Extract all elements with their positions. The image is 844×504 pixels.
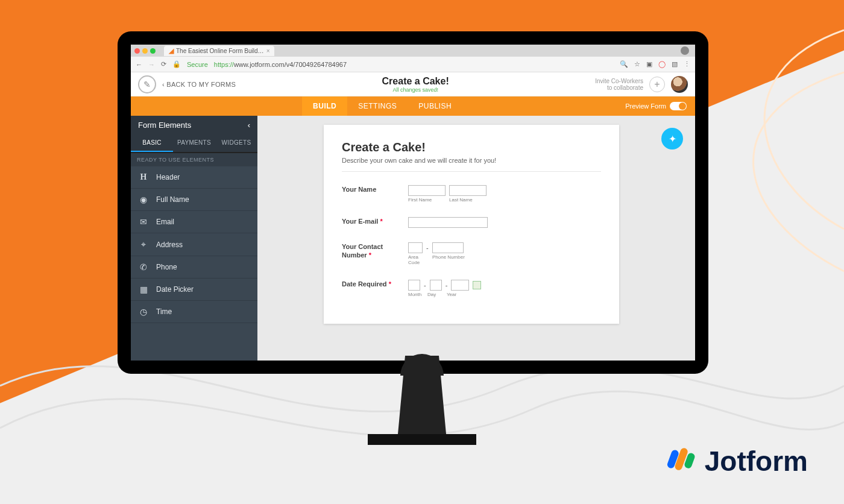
design-fab-button[interactable]: ✦	[661, 128, 683, 150]
window-zoom-dot[interactable]	[150, 48, 156, 54]
form-subtitle: Describe your own cake and we will creat…	[342, 157, 601, 172]
area-code-input[interactable]	[408, 242, 423, 253]
save-status: All changes saved!	[242, 87, 589, 93]
element-header[interactable]: H Header	[131, 166, 257, 189]
preview-form-toggle[interactable]: Preview Form	[625, 102, 687, 110]
field-label: Date Required *	[342, 280, 408, 297]
window-minimize-dot[interactable]	[142, 48, 148, 54]
field-date-required[interactable]: Date Required * - -	[342, 280, 601, 297]
sidebar-tab-basic[interactable]: BASIC	[131, 134, 173, 152]
user-icon: ◉	[138, 195, 149, 204]
sub-label: First Name	[408, 197, 446, 203]
sidebar-tabs: BASIC PAYMENTS WIDGETS	[131, 134, 257, 153]
monitor-base	[368, 434, 476, 445]
clock-icon: ◷	[138, 307, 149, 317]
sub-label: Day	[427, 292, 443, 297]
jotform-wordmark: Jotform	[705, 445, 808, 477]
field-label: Your Contact Number *	[342, 242, 408, 265]
jotform-brand: Jotform	[666, 445, 808, 477]
form-nav: BUILD SETTINGS PUBLISH Preview Form	[131, 96, 695, 116]
extension-icon[interactable]: ▣	[646, 60, 652, 68]
calendar-icon: ▦	[138, 285, 149, 294]
nav-forward-icon[interactable]: →	[148, 61, 155, 68]
sidebar-header: Form Elements ‹	[131, 116, 257, 134]
field-your-email[interactable]: Your E-mail *	[342, 217, 601, 228]
element-email[interactable]: ✉ Email	[131, 211, 257, 233]
header-element-icon: H	[138, 172, 149, 182]
magic-wand-icon: ✦	[669, 133, 676, 145]
form-canvas[interactable]: Create a Cake! Describe your own cake an…	[324, 125, 619, 324]
app-header: ✎ ‹ BACK TO MY FORMS Create a Cake! All …	[131, 72, 695, 96]
shield-icon[interactable]: ▧	[672, 60, 678, 68]
sub-label: Year	[447, 292, 456, 297]
day-input[interactable]	[430, 280, 442, 291]
browser-address-bar: ← → ⟳ 🔒 Secure https://www.jotform.com/v…	[131, 57, 695, 72]
secure-label: Secure	[187, 61, 208, 68]
tab-favicon-icon: ◢	[169, 47, 174, 55]
collapse-sidebar-icon[interactable]: ‹	[248, 121, 250, 130]
field-label: Your E-mail *	[342, 217, 408, 228]
app-logo-icon[interactable]: ✎	[138, 75, 156, 93]
sub-label: Month	[408, 292, 424, 297]
browser-tab[interactable]: ◢ The Easiest Online Form Build… ×	[164, 46, 274, 56]
tab-title: The Easiest Online Form Build…	[176, 48, 264, 54]
nav-tab-settings[interactable]: SETTINGS	[347, 96, 408, 116]
user-avatar[interactable]	[671, 76, 688, 93]
url-text[interactable]: https://www.jotform.com/v4/7004926478496…	[214, 61, 347, 68]
chevron-left-icon: ‹	[162, 81, 165, 88]
element-time[interactable]: ◷ Time	[131, 301, 257, 323]
browser-menu-icon[interactable]: ⋮	[684, 60, 690, 68]
email-input[interactable]	[408, 217, 488, 228]
invite-add-button[interactable]: +	[649, 77, 665, 92]
lock-icon: 🔒	[172, 60, 181, 68]
phone-icon: ✆	[138, 262, 149, 272]
browser-tab-bar: ◢ The Easiest Online Form Build… ×	[131, 45, 695, 57]
field-label: Your Name	[342, 185, 408, 203]
browser-profile-icon[interactable]	[681, 46, 689, 55]
window-close-dot[interactable]	[134, 48, 140, 54]
monitor-stand	[398, 356, 446, 434]
form-elements-sidebar: Form Elements ‹ BASIC PAYMENTS WIDGETS R…	[131, 116, 257, 361]
workspace: Form Elements ‹ BASIC PAYMENTS WIDGETS R…	[131, 116, 695, 361]
sub-label: Last Name	[449, 197, 487, 203]
opera-extension-icon[interactable]: ◯	[658, 60, 666, 68]
form-canvas-area: ✦ Create a Cake! Describe your own cake …	[257, 116, 695, 361]
phone-number-input[interactable]	[432, 242, 464, 253]
dash-icon: -	[426, 244, 429, 251]
element-phone[interactable]: ✆ Phone	[131, 256, 257, 279]
email-icon: ✉	[138, 217, 149, 227]
form-title: Create a Cake!	[342, 140, 601, 154]
nav-back-icon[interactable]: ←	[136, 61, 142, 68]
field-your-name[interactable]: Your Name First Name Last Name	[342, 185, 601, 203]
sub-label: Phone Number	[432, 254, 465, 265]
location-pin-icon: ⌖	[138, 239, 149, 250]
element-address[interactable]: ⌖ Address	[131, 233, 257, 256]
sidebar-tab-payments[interactable]: PAYMENTS	[173, 134, 215, 152]
field-contact-number[interactable]: Your Contact Number * - Area Code Phone …	[342, 242, 601, 265]
nav-tab-publish[interactable]: PUBLISH	[408, 96, 462, 116]
datepicker-icon[interactable]	[473, 281, 481, 289]
nav-tab-build[interactable]: BUILD	[302, 96, 347, 116]
element-full-name[interactable]: ◉ Full Name	[131, 189, 257, 211]
last-name-input[interactable]	[449, 185, 487, 196]
nav-reload-icon[interactable]: ⟳	[161, 60, 166, 68]
sidebar-section-label: READY TO USE ELEMENTS	[131, 153, 257, 166]
app-title: Create a Cake!	[242, 76, 589, 87]
first-name-input[interactable]	[408, 185, 446, 196]
search-icon[interactable]: 🔍	[620, 60, 628, 68]
toggle-switch-icon	[670, 102, 687, 110]
element-date-picker[interactable]: ▦ Date Picker	[131, 279, 257, 301]
jotform-logo-icon	[666, 446, 698, 477]
sub-label: Area Code	[408, 254, 429, 265]
star-icon[interactable]: ☆	[634, 60, 640, 68]
monitor-screen: ◢ The Easiest Online Form Build… × ← → ⟳…	[131, 45, 695, 361]
sidebar-tab-widgets[interactable]: WIDGETS	[215, 134, 257, 152]
tab-close-icon[interactable]: ×	[266, 48, 270, 54]
year-input[interactable]	[451, 280, 469, 291]
invite-text: Invite Co-Workers to collaborate	[595, 78, 643, 91]
monitor-frame: ◢ The Easiest Online Form Build… × ← → ⟳…	[118, 31, 708, 374]
month-input[interactable]	[408, 280, 420, 291]
back-to-forms-link[interactable]: ‹ BACK TO MY FORMS	[162, 81, 236, 88]
